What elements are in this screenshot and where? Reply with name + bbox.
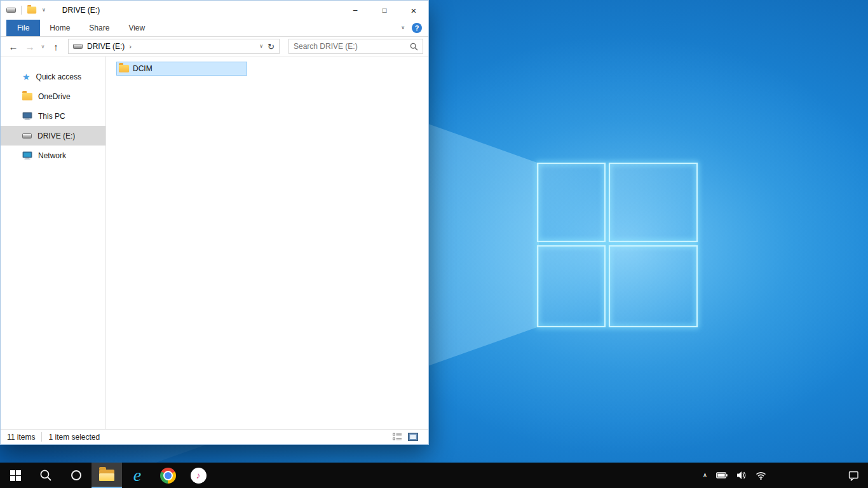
ribbon-tabs: File Home Share View ∨ ? [1, 20, 428, 37]
up-button[interactable]: ↑ [48, 42, 64, 51]
minimize-button[interactable]: – [341, 1, 370, 20]
address-dropdown-chevron-icon[interactable]: ∨ [259, 44, 263, 49]
tab-file[interactable]: File [6, 20, 40, 36]
hidden-icons-chevron-icon[interactable]: ∧ [703, 472, 707, 478]
action-center-icon [848, 470, 859, 481]
drive-icon [22, 133, 32, 139]
network-icon [22, 151, 32, 160]
itunes-icon: ♪ [191, 468, 207, 484]
taskbar-internet-explorer[interactable]: e [122, 463, 153, 488]
pc-icon [22, 112, 32, 121]
taskbar-chrome[interactable] [153, 463, 183, 488]
selection-count: 1 item selected [48, 433, 100, 442]
search-icon [39, 469, 52, 482]
tab-share[interactable]: Share [79, 20, 119, 36]
expand-ribbon-chevron-icon[interactable]: ∨ [401, 25, 405, 30]
sidebar-item-label: OneDrive [38, 92, 71, 101]
refresh-icon[interactable]: ↻ [268, 42, 275, 51]
tab-home[interactable]: Home [40, 20, 79, 36]
tab-view[interactable]: View [119, 20, 154, 36]
window-drive-icon [6, 8, 16, 13]
sidebar-item-this-pc[interactable]: This PC [1, 106, 105, 126]
items-count: 11 items [7, 433, 35, 442]
sidebar-item-label: This PC [38, 112, 65, 121]
search-icon [410, 43, 418, 51]
caption-buttons: – □ × [341, 1, 428, 20]
window-title: DRIVE (E:) [62, 6, 100, 15]
file-item-label: DCIM [133, 64, 153, 73]
large-icons-view-button[interactable] [407, 431, 419, 443]
quick-access-star-icon: ★ [22, 72, 31, 81]
start-button[interactable] [0, 463, 31, 488]
quick-access-toolbar: ∨ [1, 6, 46, 15]
sidebar-item-label: Network [38, 151, 66, 160]
music-note-icon: ♪ [196, 471, 201, 480]
windows-start-icon [10, 470, 21, 481]
breadcrumb-item[interactable]: DRIVE (E:) [87, 42, 125, 51]
onedrive-icon [22, 93, 32, 100]
internet-explorer-icon: e [133, 466, 141, 484]
cortana-icon [71, 470, 81, 480]
sidebar-item-quick-access[interactable]: ★ Quick access [1, 67, 105, 86]
volume-icon[interactable] [736, 470, 747, 480]
wifi-icon[interactable] [756, 470, 766, 480]
desktop: ∨ DRIVE (E:) – □ × File Home Share View … [0, 0, 868, 488]
taskbar-itunes[interactable]: ♪ [183, 463, 214, 488]
title-bar[interactable]: ∨ DRIVE (E:) – □ × [1, 1, 428, 20]
new-folder-icon[interactable] [27, 7, 36, 14]
search-box[interactable] [288, 39, 423, 54]
file-explorer-icon [99, 470, 114, 481]
folder-icon [119, 65, 129, 72]
sidebar-item-network[interactable]: Network [1, 146, 105, 165]
address-bar[interactable]: DRIVE (E:) › ∨ ↻ [68, 39, 280, 54]
sidebar-item-label: DRIVE (E:) [37, 132, 75, 140]
sidebar-item-onedrive[interactable]: OneDrive [1, 86, 105, 106]
details-view-button[interactable] [391, 431, 403, 443]
cortana-button[interactable] [61, 463, 92, 488]
navigation-bar: ← → ∨ ↑ DRIVE (E:) › ∨ ↻ [1, 37, 428, 57]
taskbar-file-explorer[interactable] [92, 463, 122, 488]
file-explorer-window: ∨ DRIVE (E:) – □ × File Home Share View … [0, 0, 429, 445]
system-tray: ∧ [703, 463, 771, 488]
taskbar-search-button[interactable] [31, 463, 61, 488]
sidebar-item-drive-e[interactable]: DRIVE (E:) [1, 126, 105, 146]
taskbar: e ♪ ∧ [0, 463, 868, 488]
search-input[interactable] [294, 42, 410, 51]
maximize-button[interactable]: □ [370, 1, 399, 20]
sidebar-item-label: Quick access [36, 72, 81, 81]
separator [41, 432, 42, 442]
file-item-dcim[interactable]: DCIM [116, 62, 247, 76]
forward-button[interactable]: → [22, 42, 37, 51]
separator [21, 6, 22, 15]
back-button[interactable]: ← [6, 42, 21, 51]
help-icon[interactable]: ? [412, 23, 422, 33]
close-button[interactable]: × [399, 1, 428, 20]
recent-locations-chevron-icon[interactable]: ∨ [39, 44, 47, 50]
navigation-pane: ★ Quick access OneDrive This PC [1, 57, 106, 429]
file-list[interactable]: DCIM [106, 57, 428, 429]
battery-icon[interactable] [716, 470, 728, 480]
action-center-button[interactable] [839, 463, 868, 488]
details-view-icon [393, 433, 402, 441]
large-icons-view-icon [408, 433, 418, 441]
chrome-icon [160, 468, 176, 484]
breadcrumb-separator-icon[interactable]: › [129, 43, 132, 50]
drive-icon [73, 44, 83, 49]
customize-toolbar-chevron-icon[interactable]: ∨ [42, 8, 46, 13]
status-bar: 11 items 1 item selected [1, 429, 428, 444]
